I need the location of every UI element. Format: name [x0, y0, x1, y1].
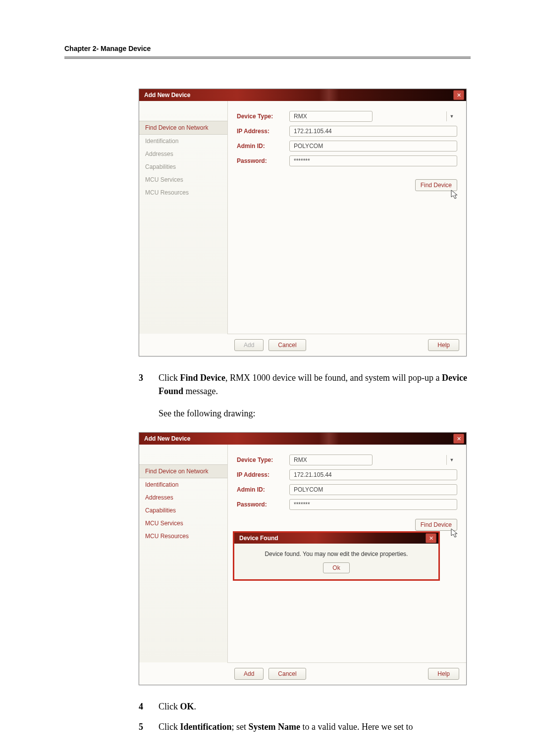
step-num: 4	[139, 700, 159, 713]
paragraph: See the following drawing:	[159, 407, 471, 420]
close-icon[interactable]: ✕	[426, 533, 436, 543]
label-admin-id: Admin ID:	[237, 143, 289, 150]
close-icon[interactable]: ✕	[453, 434, 464, 444]
nav-identification[interactable]: Identification	[139, 478, 227, 491]
chevron-down-icon: ▼	[446, 455, 457, 465]
cancel-button[interactable]: Cancel	[268, 668, 306, 680]
nav-mcu-services[interactable]: MCU Services	[139, 173, 227, 186]
nav-panel: Find Device on Network Identification Ad…	[139, 101, 228, 334]
step-5: 5 Click Identification; set System Name …	[139, 720, 471, 734]
label-ip-address: IP Address:	[237, 128, 289, 135]
find-device-button[interactable]: Find Device	[415, 519, 457, 531]
step-num: 5	[139, 720, 159, 734]
password-input[interactable]	[289, 499, 457, 510]
password-input[interactable]	[289, 155, 457, 166]
nav-addresses[interactable]: Addresses	[139, 491, 227, 504]
close-icon[interactable]: ✕	[453, 90, 464, 100]
device-type-select[interactable]	[289, 111, 373, 122]
popup-titlebar: Device Found ✕	[234, 533, 438, 544]
help-button[interactable]: Help	[428, 339, 459, 351]
nav-mcu-resources[interactable]: MCU Resources	[139, 186, 227, 199]
label-device-type: Device Type:	[237, 456, 289, 463]
form-panel: Device Type: ▼ IP Address: Admin ID:	[228, 445, 466, 662]
dialog-titlebar: Add New Device ✕	[139, 89, 466, 101]
chevron-down-icon: ▼	[446, 111, 457, 121]
add-new-device-dialog-2: Add New Device ✕ Find Device on Network …	[139, 432, 467, 685]
dialog-title: Add New Device	[144, 92, 190, 99]
button-bar: Add Cancel Help	[227, 662, 466, 685]
nav-capabilities[interactable]: Capabilities	[139, 504, 227, 517]
add-button: Add	[234, 339, 264, 351]
ip-address-input[interactable]	[289, 126, 457, 137]
admin-id-input[interactable]	[289, 484, 457, 495]
nav-mcu-services[interactable]: MCU Services	[139, 517, 227, 530]
popup-message: Device found. You may now edit the devic…	[241, 551, 431, 557]
label-device-type: Device Type:	[237, 113, 289, 120]
nav-panel: Find Device on Network Identification Ad…	[139, 445, 228, 662]
nav-mcu-resources[interactable]: MCU Resources	[139, 530, 227, 543]
admin-id-input[interactable]	[289, 141, 457, 151]
form-panel: Device Type: ▼ IP Address: Admin ID:	[228, 101, 466, 334]
ok-button[interactable]: Ok	[323, 562, 349, 573]
label-admin-id: Admin ID:	[237, 486, 289, 493]
nav-addresses[interactable]: Addresses	[139, 148, 227, 160]
cancel-button[interactable]: Cancel	[268, 339, 306, 351]
add-new-device-dialog-1: Add New Device ✕ Find Device on Network …	[139, 89, 467, 356]
ip-address-input[interactable]	[289, 469, 457, 480]
step-num: 3	[139, 371, 159, 398]
chapter-header: Chapter 2- Manage Device	[64, 45, 471, 52]
step-text: Click Find Device, RMX 1000 device will …	[159, 371, 471, 398]
step-text: Click Identification; set System Name to…	[159, 720, 471, 734]
help-button[interactable]: Help	[428, 668, 459, 680]
step-4: 4 Click OK.	[139, 700, 471, 713]
header-divider	[64, 56, 471, 59]
nav-find-device[interactable]: Find Device on Network	[139, 464, 227, 478]
step-text: Click OK.	[159, 700, 471, 713]
nav-capabilities[interactable]: Capabilities	[139, 160, 227, 173]
dialog-titlebar: Add New Device ✕	[139, 433, 466, 445]
find-device-button[interactable]: Find Device	[415, 179, 457, 191]
step-3: 3 Click Find Device, RMX 1000 device wil…	[139, 371, 471, 398]
dialog-title: Add New Device	[144, 435, 190, 442]
label-password: Password:	[237, 157, 289, 164]
device-found-popup: Device Found ✕ Device found. You may now…	[233, 531, 440, 581]
label-ip-address: IP Address:	[237, 471, 289, 478]
label-password: Password:	[237, 501, 289, 508]
popup-title: Device Found	[239, 535, 278, 542]
add-button[interactable]: Add	[234, 668, 264, 680]
button-bar: Add Cancel Help	[227, 334, 466, 356]
device-type-select[interactable]	[289, 454, 373, 465]
nav-find-device[interactable]: Find Device on Network	[139, 121, 227, 135]
nav-identification[interactable]: Identification	[139, 135, 227, 148]
